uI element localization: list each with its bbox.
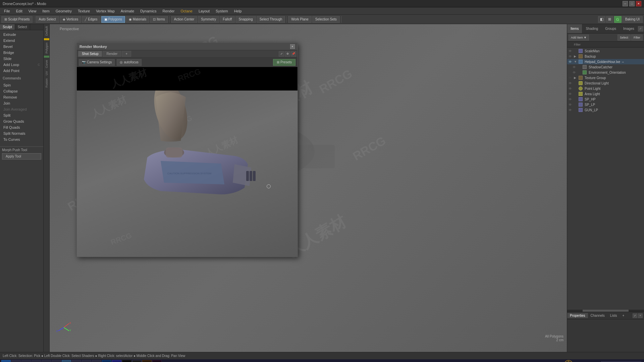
autofocus-btn[interactable]: ◎ autofocus [117,59,141,66]
taskbar-psd[interactable]: 🖼 [112,360,121,362]
select-through-btn[interactable]: Select Through [257,16,285,23]
menu-octane[interactable]: Octane [178,8,195,14]
props-tab-plus[interactable]: + [620,313,627,318]
menu-layout[interactable]: Layout [196,8,212,14]
expand-icon[interactable]: ⤢ [638,26,643,32]
cmd-join-averaged[interactable]: Join Averaged [1,106,43,112]
right-tab-items[interactable]: Items [567,24,582,33]
tree-item-sp-hp[interactable]: 👁 SP_HP [567,97,644,102]
side-label-curve[interactable]: Curve [44,59,49,69]
side-label-polygon[interactable]: Polygon [44,41,49,55]
taskbar-browser[interactable]: 🌐 [21,360,31,362]
cmd-to-curves[interactable]: To Curves [1,136,43,142]
dialog-settings-icon[interactable]: ⚙ [285,51,290,57]
right-tab-shading[interactable]: Shading [582,24,602,33]
menu-edit[interactable]: Edit [13,8,25,14]
taskbar-diamond[interactable]: ♦ [82,360,91,362]
baking-ui-btn[interactable]: Baking UI [622,16,643,23]
tree-item-dir-light[interactable]: 👁 Directional Light [567,80,644,86]
start-btn[interactable]: ⊞ [1,360,11,362]
visibility-icon[interactable]: 👁 [569,81,573,85]
taskbar-game[interactable]: 🎮 [42,360,51,362]
tool-slide[interactable]: Slide [1,56,43,62]
taskbar-ps[interactable]: ✏ [102,360,111,362]
viewport-area[interactable]: 人人素材 RRCG 人人素材 RRCG 人人素材 RRCG RRCG 人人素材 … [50,24,567,352]
taskbar-chrome[interactable]: 🌙 [142,360,152,362]
dialog-titlebar[interactable]: Render Monkey ✕ [77,43,298,50]
menu-help[interactable]: Help [231,8,245,14]
tree-item-shadowcatcher[interactable]: 👁 ShadowCatcher [567,64,644,70]
polygons-btn[interactable]: ▣ Polygons [101,16,125,23]
taskbar-music[interactable]: 🎵 [72,360,81,362]
props-tab-channels[interactable]: Channels [588,313,607,318]
taskbar-unreal[interactable]: U [152,360,162,362]
menu-dynamics[interactable]: Dynamics [138,8,159,14]
materials-btn[interactable]: ◉ Materials [126,16,150,23]
tool-extrude[interactable]: Extrude [1,32,43,38]
sculpt-presets-btn[interactable]: ⊞ Sculpt Presets [1,16,33,23]
visibility-icon[interactable]: 👁 [569,49,573,53]
visibility-icon[interactable]: 👁 [569,98,573,101]
cmd-split-normals[interactable]: Split Normals [1,130,43,136]
menu-file[interactable]: File [1,8,13,14]
props-pin-icon[interactable]: + [638,313,643,318]
cmd-collapse[interactable]: Collapse [1,88,43,94]
tree-item-backup[interactable]: 👁 ▶ Backup [567,54,644,59]
props-tab-lists[interactable]: Lists [607,313,620,318]
tree-item-gun-lp[interactable]: 👁 GUN_LP [567,107,644,113]
vertices-btn[interactable]: ◆ Vertices [60,16,82,23]
cmd-spin[interactable]: Spin [1,82,43,88]
props-expand-icon[interactable]: ⤢ [633,313,637,318]
add-item-btn[interactable]: Add Item ▼ [569,35,589,41]
menu-system[interactable]: System [213,8,231,14]
dialog-tab-shot-setup[interactable]: Shot Setup [78,51,102,57]
visibility-icon[interactable]: 👁 [569,55,573,58]
tool-bevel[interactable]: Bevel [1,44,43,50]
items-btn[interactable]: ⊡ Items [150,16,168,23]
tree-item-point-light[interactable]: 👁 Point Light [567,86,644,91]
tool-add-loop[interactable]: Add Loop C [1,62,43,68]
tree-item-env-orientation[interactable]: 👁 Environment_Orientation [567,70,644,75]
dialog-close-btn[interactable]: ✕ [290,44,295,49]
visibility-icon[interactable]: 👁 [573,65,577,69]
close-btn[interactable]: ✕ [636,1,641,6]
tab-select[interactable]: Select [15,24,30,30]
select-btn[interactable]: Select [618,35,631,41]
camera-settings-btn[interactable]: 📷 Camera Settings [79,59,115,66]
tool-bridge[interactable]: Bridge [1,50,43,56]
tree-item-sp-lp[interactable]: 👁 SP_LP [567,102,644,107]
right-tab-images[interactable]: Images [620,24,638,33]
tool-add-point[interactable]: Add Point [1,68,43,74]
filter-btn[interactable]: Filter [631,35,643,41]
dialog-tab-plus[interactable]: + [122,51,131,57]
symmetry-btn[interactable]: Symmetry [198,16,219,23]
tree-item-area-light[interactable]: 👁 Area Light [567,91,644,97]
action-center-btn[interactable]: Action Center [171,16,198,23]
cmd-split[interactable]: Split [1,112,43,118]
tab-sculpt[interactable]: Sculpt [0,24,15,30]
menu-geometry[interactable]: Geometry [53,8,74,14]
icon-btn-3[interactable]: G [614,16,622,23]
visibility-icon[interactable]: 👁 [569,60,573,64]
dialog-tab-render[interactable]: Render [103,51,121,57]
cmd-grow-quads[interactable]: Grow Quads [1,118,43,124]
menu-animate[interactable]: Animate [118,8,137,14]
side-label-default[interactable]: Default [44,25,49,37]
menu-vertex-map[interactable]: Vertex Map [93,8,117,14]
tree-item-scaleman[interactable]: 👁 ScaleMan [567,48,644,54]
visibility-icon[interactable]: 👁 [569,103,573,107]
cmd-remove[interactable]: Remove [1,94,43,100]
presets-btn[interactable]: ⊞ Presets [273,59,296,66]
apply-tool-btn[interactable]: Apply Tool [2,153,41,160]
auto-select-btn[interactable]: Auto Select [36,16,59,23]
minimize-btn[interactable]: ─ [623,1,628,6]
visibility-icon[interactable]: 👁 [569,108,573,112]
menu-texture[interactable]: Texture [75,8,93,14]
visibility-icon[interactable]: 👁 [569,87,573,90]
taskbar-epic[interactable]: E [122,360,131,362]
visibility-icon[interactable]: 👁 [569,92,573,96]
side-label-uv[interactable]: UV [44,70,49,77]
taskbar-user[interactable]: 👤 [32,360,41,362]
visibility-icon[interactable]: 👁 [569,76,573,80]
tool-extend[interactable]: Extend [1,38,43,44]
